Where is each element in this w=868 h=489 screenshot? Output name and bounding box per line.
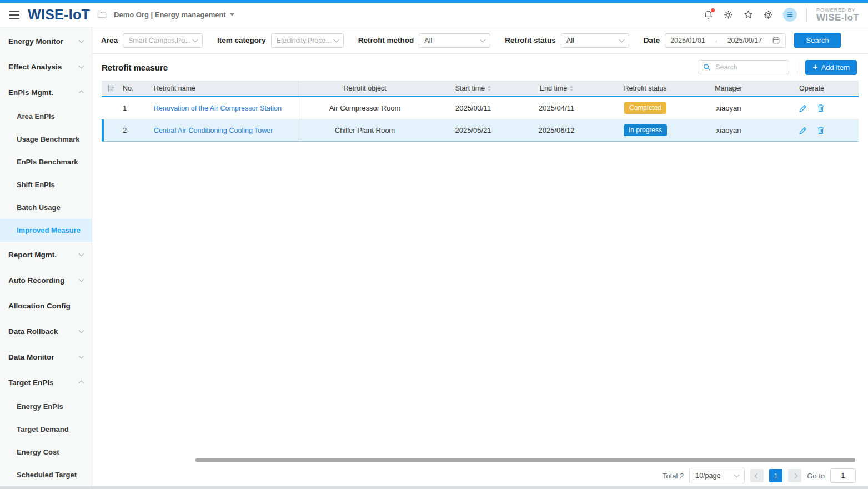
chevron-down-icon	[79, 251, 84, 257]
row-number-value: 2	[123, 126, 127, 134]
table-body: 1Renovation of the Air Compressor Statio…	[102, 97, 859, 142]
next-page-button[interactable]	[788, 469, 801, 482]
column-header-no: No.	[119, 81, 153, 96]
table-row[interactable]: 1Renovation of the Air Compressor Statio…	[102, 97, 859, 119]
sidebar-item-area-enpis[interactable]: Area EnPIs	[0, 105, 92, 128]
retrofit-method-label: Retrofit method	[358, 36, 414, 44]
column-header-label: No.	[123, 84, 133, 92]
retrofit-method-select-value: All	[424, 37, 432, 44]
empty-area	[92, 142, 868, 457]
column-header-end-time[interactable]: End time	[515, 81, 598, 96]
sidebar-item-label: Report Mgmt.	[8, 251, 57, 259]
content-header: Retrofit measure + Add item	[92, 54, 868, 81]
item-category-select-value: Electricity,Proce...	[277, 37, 332, 44]
date-separator: -	[715, 37, 718, 44]
sidebar-item-enpis-benchmark[interactable]: EnPIs Benchmark	[0, 151, 92, 173]
delete-icon[interactable]	[816, 103, 825, 113]
start-time-value: 2025/05/21	[455, 126, 491, 134]
sidebar-item-report-mgmt[interactable]: Report Mgmt.	[0, 242, 92, 267]
powered-by-brand: WISE-IoT	[816, 13, 859, 23]
retrofit-status-select[interactable]: All	[561, 33, 629, 48]
filter-columns-icon[interactable]	[102, 81, 119, 96]
plus-icon: +	[812, 62, 817, 72]
operate-cell	[765, 119, 859, 141]
add-item-label: Add item	[821, 63, 850, 72]
manager-value: xiaoyan	[716, 104, 741, 112]
notifications-bell-icon[interactable]	[703, 9, 714, 20]
sidebar-subitem-label: Area EnPIs	[17, 112, 55, 121]
column-header-label: End time	[540, 84, 567, 92]
add-item-button[interactable]: + Add item	[805, 60, 857, 75]
column-header-label: Manager	[715, 84, 742, 92]
operate-cell	[765, 97, 859, 119]
retrofit-method-select[interactable]: All	[419, 33, 490, 48]
goto-label: Go to	[807, 472, 825, 480]
breadcrumb[interactable]: Demo Org | Energy management	[114, 11, 234, 19]
horizontal-scrollbar	[102, 457, 859, 463]
brightness-icon[interactable]	[723, 9, 734, 20]
column-header-label: Start time	[455, 84, 485, 92]
status-badge: In progress	[624, 124, 667, 136]
row-number: 2	[119, 119, 153, 141]
table-search	[698, 60, 789, 74]
per-page-select[interactable]: 10/page	[689, 468, 745, 483]
menu-icon[interactable]	[9, 11, 19, 19]
sidebar-item-enpls-mgmt[interactable]: EnPls Mgmt.	[0, 79, 92, 105]
retrofit-name-link[interactable]: Central Air-Conditioning Cooling Tower	[154, 127, 273, 134]
sidebar-item-batch-usage[interactable]: Batch Usage	[0, 196, 92, 219]
table-row[interactable]: 2Central Air-Conditioning Cooling TowerC…	[102, 119, 859, 142]
user-avatar[interactable]	[783, 8, 797, 22]
end-time-cell: 2025/04/11	[515, 97, 598, 119]
delete-icon[interactable]	[816, 126, 825, 135]
row-number: 1	[119, 97, 153, 119]
top-bar: WISE-IoT Demo Org | Energy management PO…	[0, 3, 868, 27]
sidebar-item-target-demand[interactable]: Target Demand	[0, 418, 92, 441]
chevron-down-icon	[480, 37, 486, 42]
retrofit-name-link[interactable]: Renovation of the Air Compressor Station	[154, 104, 282, 112]
sidebar-item-allocation-config[interactable]: Allocation Config	[0, 293, 92, 318]
table-header-row: No.Retrofit nameRetrofit objectStart tim…	[102, 81, 859, 97]
sort-icon[interactable]	[488, 86, 491, 91]
sidebar-item-energy-monitor[interactable]: Energy Monitor	[0, 28, 92, 54]
chevron-down-icon	[79, 63, 84, 69]
column-header-retrofit-status: Retrofit status	[598, 81, 693, 96]
horizontal-scrollbar-thumb[interactable]	[195, 458, 855, 462]
sidebar: Energy MonitorEffect AnalysisEnPls Mgmt.…	[0, 27, 92, 488]
sidebar-item-energy-enpis[interactable]: Energy EnPIs	[0, 395, 92, 418]
search-icon	[703, 63, 711, 71]
sidebar-item-target-enpis[interactable]: Target EnPIs	[0, 370, 92, 395]
sidebar-item-scheduled-target[interactable]: Scheduled Target	[0, 463, 92, 486]
notification-dot	[711, 8, 715, 12]
search-button[interactable]: Search	[794, 33, 841, 48]
sidebar-item-shift-enpis[interactable]: Shift EnPIs	[0, 173, 92, 196]
sidebar-subitem-label: Energy Cost	[17, 448, 59, 456]
current-page-button[interactable]: 1	[769, 469, 782, 482]
settings-gear-icon[interactable]	[763, 9, 774, 20]
sidebar-item-data-monitor[interactable]: Data Monitor	[0, 344, 92, 370]
area-select[interactable]: Smart Campus,Po...	[123, 33, 203, 48]
sort-icon[interactable]	[570, 86, 573, 91]
search-input[interactable]	[698, 60, 789, 74]
app-logo: WISE-IoT	[28, 7, 90, 23]
sidebar-item-auto-recording[interactable]: Auto Recording	[0, 267, 92, 293]
sidebar-item-effect-analysis[interactable]: Effect Analysis	[0, 54, 92, 79]
column-header-start-time[interactable]: Start time	[432, 81, 515, 96]
edit-icon[interactable]	[799, 126, 808, 135]
sidebar-item-energy-cost[interactable]: Energy Cost	[0, 441, 92, 463]
chevron-down-icon	[79, 353, 84, 359]
date-start-value: 2025/01/01	[670, 37, 705, 44]
sidebar-item-improved-measure[interactable]: Improved Measure	[0, 219, 92, 242]
date-range-input[interactable]: 2025/01/01 - 2025/09/17	[665, 33, 786, 48]
sidebar-item-usage-benchmark[interactable]: Usage Benchmark	[0, 128, 92, 151]
start-time-cell: 2025/03/11	[432, 97, 515, 119]
favorite-star-icon[interactable]	[743, 9, 754, 20]
sidebar-item-data-rollback[interactable]: Data Rollback	[0, 318, 92, 344]
retrofit-object-value: Air Compressor Room	[329, 104, 401, 112]
prev-page-button[interactable]	[750, 469, 764, 482]
edit-icon[interactable]	[799, 103, 808, 113]
selected-row-accent	[102, 119, 104, 141]
item-category-select[interactable]: Electricity,Proce...	[271, 33, 344, 48]
topbar-divider	[806, 8, 807, 22]
retrofit-object-cell: Air Compressor Room	[298, 97, 432, 119]
goto-page-input[interactable]	[830, 468, 856, 483]
